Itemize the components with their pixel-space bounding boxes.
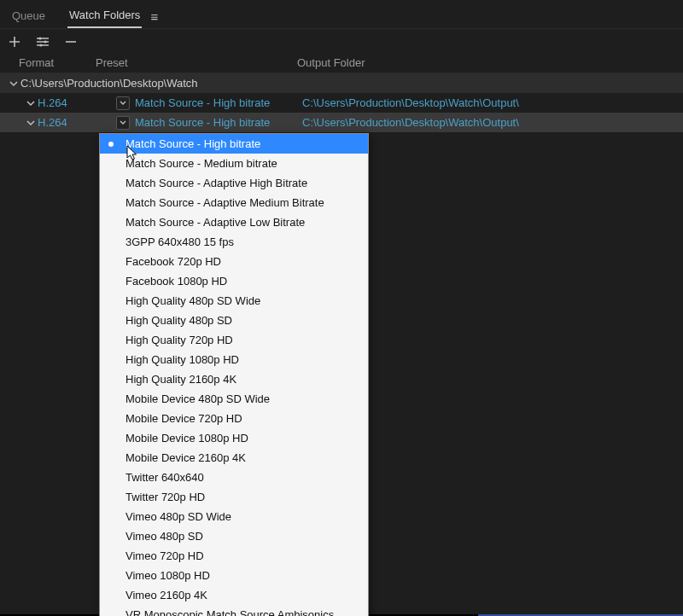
output-row[interactable]: H.264 Match Source - High bitrate C:\Use… <box>0 93 683 113</box>
preset-option[interactable]: Vimeo 480p SD Wide <box>100 507 368 526</box>
preset-option-label: Facebook 720p HD <box>126 255 221 268</box>
preset-option-label: Twitter 640x640 <box>126 471 204 484</box>
preset-dropdown[interactable]: Match Source - High bitrateMatch Source … <box>99 133 369 616</box>
preset-option-label: Mobile Device 720p HD <box>126 412 242 425</box>
svg-point-2 <box>39 44 42 46</box>
preset-option-label: High Quality 1080p HD <box>126 353 239 366</box>
output-row[interactable]: H.264 Match Source - High bitrate C:\Use… <box>0 113 683 132</box>
preset-option[interactable]: Mobile Device 720p HD <box>100 409 368 428</box>
svg-point-1 <box>44 40 46 43</box>
selected-indicator-icon <box>108 142 114 147</box>
preset-dropdown-button[interactable] <box>116 116 130 130</box>
preset-option[interactable]: High Quality 720p HD <box>100 330 368 350</box>
svg-point-0 <box>38 37 41 39</box>
preset-option[interactable]: High Quality 1080p HD <box>100 350 368 369</box>
preset-option-label: 3GPP 640x480 15 fps <box>126 235 234 248</box>
preset-option[interactable]: High Quality 480p SD <box>100 311 368 330</box>
preset-option-label: Match Source - Adaptive High Bitrate <box>126 177 307 189</box>
preset-option-label: High Quality 480p SD Wide <box>126 294 260 307</box>
tab-watch-folders[interactable]: Watch Folders <box>67 5 142 28</box>
preset-option-label: Match Source - Medium bitrate <box>126 157 277 170</box>
preset-option[interactable]: VR Monoscopic Match Source Ambisonics <box>100 605 368 616</box>
preset-option[interactable]: Vimeo 720p HD <box>100 546 368 566</box>
preset-option[interactable]: Match Source - Adaptive Medium Bitrate <box>100 193 368 212</box>
add-button[interactable] <box>9 36 20 48</box>
watch-folder-row[interactable]: C:\Users\Production\Desktop\Watch <box>0 73 683 93</box>
preset-option[interactable]: High Quality 2160p 4K <box>100 369 368 389</box>
chevron-down-icon[interactable] <box>24 119 38 127</box>
settings-icon[interactable] <box>36 36 50 48</box>
preset-option-label: Match Source - Adaptive Low Bitrate <box>126 216 305 229</box>
preset-option[interactable]: 3GPP 640x480 15 fps <box>100 232 368 252</box>
preset-option-label: Match Source - High bitrate <box>126 137 260 150</box>
tab-queue[interactable]: Queue <box>10 6 47 27</box>
preset-option-label: High Quality 720p HD <box>126 334 233 346</box>
preset-option-label: Facebook 1080p HD <box>126 275 227 288</box>
preset-option[interactable]: Vimeo 1080p HD <box>100 566 368 585</box>
preset-option[interactable]: Match Source - Adaptive High Bitrate <box>100 173 368 193</box>
watch-folder-path: C:\Users\Production\Desktop\Watch <box>20 77 198 90</box>
preset-option-label: VR Monoscopic Match Source Ambisonics <box>126 608 334 616</box>
output-folder-link[interactable]: C:\Users\Production\Desktop\Watch\Output… <box>302 116 519 129</box>
preset-option-label: Twitter 720p HD <box>126 491 205 503</box>
preset-option-label: Vimeo 1080p HD <box>126 569 210 582</box>
rows-container: C:\Users\Production\Desktop\Watch H.264 … <box>0 73 683 132</box>
preset-option[interactable]: Twitter 720p HD <box>100 487 368 507</box>
preset-dropdown-button[interactable] <box>116 96 130 110</box>
format-link[interactable]: H.264 <box>38 96 67 109</box>
header-format: Format <box>19 56 96 69</box>
preset-option-label: High Quality 480p SD <box>126 314 232 327</box>
chevron-down-icon[interactable] <box>7 79 20 88</box>
preset-option[interactable]: Mobile Device 480p SD Wide <box>100 389 368 409</box>
preset-option-label: Vimeo 2160p 4K <box>126 589 207 601</box>
remove-button[interactable] <box>65 36 77 48</box>
preset-option-label: Mobile Device 2160p 4K <box>126 451 246 464</box>
preset-option-label: Vimeo 480p SD <box>126 530 203 543</box>
chevron-down-icon[interactable] <box>24 99 38 108</box>
preset-option-label: Vimeo 720p HD <box>126 549 204 562</box>
preset-option-label: Mobile Device 1080p HD <box>126 432 248 445</box>
preset-option[interactable]: High Quality 480p SD Wide <box>100 291 368 311</box>
preset-option[interactable]: Facebook 1080p HD <box>100 271 368 291</box>
header-preset: Preset <box>96 56 297 69</box>
preset-option[interactable]: Match Source - High bitrate <box>100 134 368 154</box>
format-link[interactable]: H.264 <box>38 116 67 129</box>
column-headers: Format Preset Output Folder <box>0 53 683 73</box>
preset-option[interactable]: Vimeo 2160p 4K <box>100 585 368 605</box>
preset-option[interactable]: Mobile Device 2160p 4K <box>100 448 368 468</box>
preset-option[interactable]: Facebook 720p HD <box>100 252 368 271</box>
preset-link[interactable]: Match Source - High bitrate <box>135 116 270 129</box>
panel-tabs: Queue Watch Folders ≡ <box>0 0 683 29</box>
preset-option-label: Vimeo 480p SD Wide <box>126 510 231 523</box>
toolbar <box>0 29 683 53</box>
preset-option-label: High Quality 2160p 4K <box>126 373 236 386</box>
preset-option[interactable]: Match Source - Adaptive Low Bitrate <box>100 212 368 232</box>
output-folder-link[interactable]: C:\Users\Production\Desktop\Watch\Output… <box>302 96 519 109</box>
preset-option[interactable]: Match Source - Medium bitrate <box>100 154 368 173</box>
preset-link[interactable]: Match Source - High bitrate <box>135 96 270 109</box>
preset-option[interactable]: Mobile Device 1080p HD <box>100 428 368 448</box>
preset-option[interactable]: Twitter 640x640 <box>100 468 368 487</box>
panel-menu-icon[interactable]: ≡ <box>150 9 158 24</box>
preset-option[interactable]: Vimeo 480p SD <box>100 526 368 546</box>
preset-option-label: Mobile Device 480p SD Wide <box>126 392 270 405</box>
header-output: Output Folder <box>297 56 683 69</box>
preset-option-label: Match Source - Adaptive Medium Bitrate <box>126 196 324 209</box>
